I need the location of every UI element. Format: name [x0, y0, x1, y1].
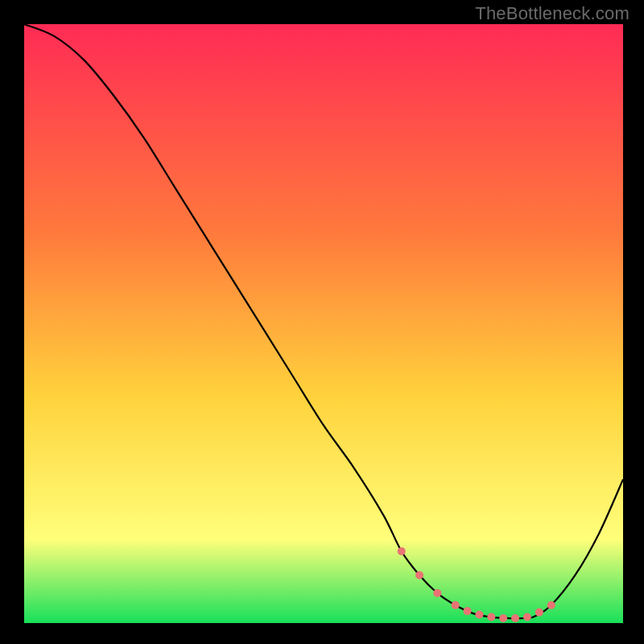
marker-dot — [398, 547, 406, 555]
marker-dot — [523, 613, 531, 621]
marker-dot — [433, 589, 441, 597]
chart-frame: TheBottleneck.com — [0, 0, 644, 644]
marker-dot — [535, 609, 543, 617]
plot-area — [24, 24, 623, 623]
marker-dot — [464, 607, 472, 615]
marker-dot — [487, 613, 495, 621]
gradient-background — [24, 24, 623, 623]
marker-dot — [415, 571, 423, 579]
marker-dot — [475, 611, 483, 619]
chart-svg — [24, 24, 623, 623]
marker-dot — [499, 614, 507, 622]
marker-dot — [511, 614, 519, 622]
marker-dot — [547, 601, 555, 609]
watermark-text: TheBottleneck.com — [475, 3, 630, 24]
marker-dot — [452, 601, 460, 609]
